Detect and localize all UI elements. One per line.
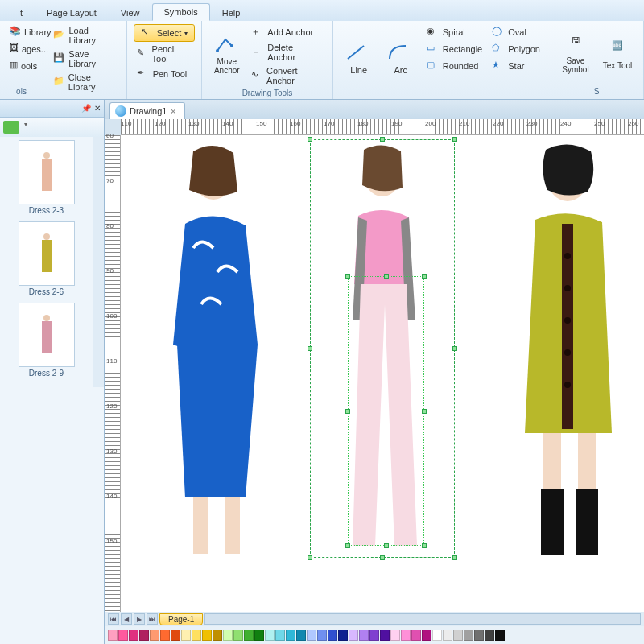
nav-next[interactable]: ▶: [134, 613, 145, 625]
add-library-button[interactable]: [3, 121, 19, 134]
palette-swatch[interactable]: [328, 630, 337, 641]
h-scrollbar[interactable]: [204, 613, 641, 625]
tab-close-icon[interactable]: ✕: [170, 107, 176, 116]
selection-inner[interactable]: [348, 276, 424, 546]
library-button[interactable]: 📚Library: [6, 24, 36, 40]
page-tab[interactable]: Page-1: [159, 613, 203, 625]
rounded-button[interactable]: ▢Rounded: [423, 58, 486, 74]
nav-first[interactable]: ⏮: [108, 613, 119, 625]
canvas[interactable]: [121, 135, 644, 612]
ruler-mark: 200: [425, 120, 436, 127]
palette-swatch[interactable]: [464, 630, 473, 641]
palette-swatch[interactable]: [171, 630, 180, 641]
figure-blue-dress[interactable]: [137, 143, 290, 562]
close-library-button[interactable]: 📁Close Library: [50, 71, 120, 93]
ruler-mark: 140: [106, 493, 117, 500]
palette-swatch[interactable]: [307, 630, 316, 641]
pen-tool-button[interactable]: ✒Pen Tool: [134, 66, 196, 82]
palette-swatch[interactable]: [453, 630, 463, 641]
spiral-button[interactable]: ◉Spiral: [423, 24, 486, 40]
ruler-mark: 130: [188, 120, 199, 127]
ruler-mark: 260: [628, 120, 638, 127]
move-anchor-icon: [214, 36, 240, 56]
menu-symbols[interactable]: Symbols: [152, 3, 210, 21]
palette-swatch[interactable]: [265, 630, 275, 641]
load-library-button[interactable]: 📂Load Library: [50, 24, 120, 47]
palette-swatch[interactable]: [485, 630, 494, 641]
palette-swatch[interactable]: [474, 630, 484, 641]
palette-swatch[interactable]: [401, 630, 411, 641]
palette-swatch[interactable]: [349, 630, 358, 641]
palette-swatch[interactable]: [118, 630, 128, 641]
palette-swatch[interactable]: [233, 630, 243, 641]
ruler-mark: 110: [106, 357, 117, 365]
arc-tool-button[interactable]: Arc: [382, 24, 420, 94]
delete-anchor-button[interactable]: －Delete Anchor: [248, 41, 325, 64]
text-tool-button[interactable]: 🔤Tex Tool: [598, 24, 637, 85]
ruler-mark: 80: [106, 222, 114, 229]
star-button[interactable]: ★Star: [489, 58, 543, 74]
palette-swatch[interactable]: [317, 630, 327, 641]
select-tool-button[interactable]: ↖Select▾: [134, 24, 196, 42]
rectangle-button[interactable]: ▭Rectangle: [423, 41, 486, 57]
ruler-mark: 190: [391, 120, 402, 127]
palette-swatch[interactable]: [160, 630, 170, 641]
save-symbol-button[interactable]: 🖫Save Symbol: [556, 24, 595, 85]
palette-swatch[interactable]: [202, 630, 212, 641]
menu-help[interactable]: Help: [210, 4, 253, 21]
library-item[interactable]: Dress 2-6: [3, 221, 89, 296]
ruler-mark: 180: [357, 120, 368, 127]
polygon-button[interactable]: ⬠Polygon: [489, 41, 543, 57]
svg-point-11: [564, 317, 571, 324]
palette-swatch[interactable]: [254, 630, 264, 641]
palette-swatch[interactable]: [380, 630, 390, 641]
menu-page-layout[interactable]: Page Layout: [35, 4, 109, 21]
palette-swatch[interactable]: [181, 630, 191, 641]
tab-drawing1[interactable]: Drawing1 ✕: [109, 102, 185, 119]
palette-swatch[interactable]: [369, 630, 379, 641]
add-anchor-button[interactable]: ＋Add Anchor: [248, 24, 325, 40]
ribbon: 📚Library 🖼ages... ▥ools ols 📂Load Librar…: [0, 21, 644, 100]
move-anchor-button[interactable]: Move Anchor: [208, 24, 245, 87]
globe-icon: [115, 105, 126, 117]
nav-last[interactable]: ⏭: [147, 613, 158, 625]
palette-swatch[interactable]: [432, 630, 442, 641]
palette-swatch[interactable]: [443, 630, 452, 641]
palette-swatch[interactable]: [296, 630, 306, 641]
palette-swatch[interactable]: [150, 630, 159, 641]
palette-swatch[interactable]: [411, 630, 421, 641]
library-item[interactable]: Dress 2-9: [3, 303, 89, 378]
palette-swatch[interactable]: [108, 630, 118, 641]
line-tool-button[interactable]: Line: [340, 24, 378, 94]
palette-swatch[interactable]: [213, 630, 222, 641]
palette-swatch[interactable]: [338, 630, 348, 641]
palette-swatch[interactable]: [495, 630, 505, 641]
tools-button[interactable]: ▥ools: [6, 58, 36, 74]
svg-point-13: [564, 382, 571, 388]
pencil-tool-button[interactable]: ✎Pencil Tool: [134, 43, 196, 65]
palette-swatch[interactable]: [139, 630, 149, 641]
palette-swatch[interactable]: [244, 630, 254, 641]
oval-button[interactable]: ◯Oval: [489, 24, 543, 40]
save-library-button[interactable]: 💾Save Library: [50, 47, 120, 70]
nav-prev[interactable]: ◀: [121, 613, 132, 625]
palette-swatch[interactable]: [129, 630, 138, 641]
figure-olive-coat[interactable]: [491, 143, 644, 562]
library-scrollbar[interactable]: [93, 137, 104, 387]
palette-swatch[interactable]: [223, 630, 233, 641]
palette-swatch[interactable]: [422, 630, 431, 641]
menu-t[interactable]: t: [8, 4, 35, 21]
palette-swatch[interactable]: [286, 630, 295, 641]
palette-swatch[interactable]: [192, 630, 201, 641]
convert-anchor-button[interactable]: ∿Convert Anchor: [248, 64, 325, 87]
palette-swatch[interactable]: [390, 630, 400, 641]
library-item[interactable]: Dress 2-3: [3, 140, 89, 215]
ruler-mark: 90: [106, 267, 114, 275]
pin-icon[interactable]: 📌: [81, 104, 91, 113]
menu-view[interactable]: View: [109, 4, 152, 21]
palette-swatch[interactable]: [275, 630, 285, 641]
text-icon: 🔤: [605, 40, 630, 60]
close-icon[interactable]: ✕: [94, 104, 101, 113]
images-button[interactable]: 🖼ages...: [6, 41, 36, 57]
palette-swatch[interactable]: [359, 630, 369, 641]
